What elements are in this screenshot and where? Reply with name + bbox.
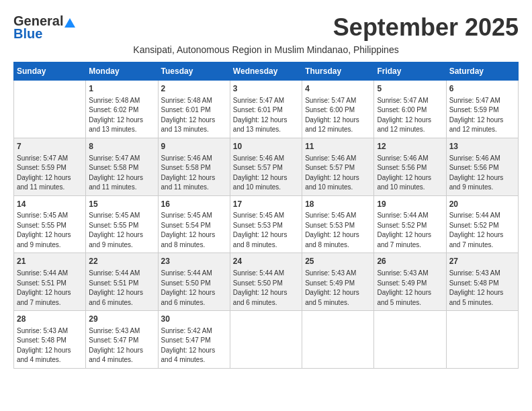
cell-day-number: 21 [17,256,83,267]
calendar-cell: 29Sunrise: 5:43 AMSunset: 5:47 PMDayligh… [86,311,158,369]
calendar-table: SundayMondayTuesdayWednesdayThursdayFrid… [13,62,519,369]
cell-info-text: Sunrise: 5:47 AMSunset: 5:59 PMDaylight:… [17,154,83,193]
cell-info-text: Sunrise: 5:43 AMSunset: 5:49 PMDaylight:… [305,269,371,308]
cell-day-number: 9 [161,141,227,152]
calendar-cell [302,311,374,369]
calendar-week-row: 28Sunrise: 5:43 AMSunset: 5:48 PMDayligh… [14,311,519,369]
calendar-cell [374,311,446,369]
cell-day-number: 27 [449,256,515,267]
logo-blue-text: Blue [13,26,42,42]
calendar-cell: 16Sunrise: 5:45 AMSunset: 5:54 PMDayligh… [158,195,230,253]
cell-info-text: Sunrise: 5:43 AMSunset: 5:48 PMDaylight:… [449,269,515,308]
cell-day-number: 25 [305,256,371,267]
cell-day-number: 1 [89,83,154,95]
calendar-cell: 3Sunrise: 5:47 AMSunset: 6:01 PMDaylight… [230,81,302,138]
cell-day-number: 15 [89,199,154,210]
cell-info-text: Sunrise: 5:44 AMSunset: 5:50 PMDaylight:… [161,269,227,308]
calendar-week-row: 21Sunrise: 5:44 AMSunset: 5:51 PMDayligh… [14,253,519,311]
cell-info-text: Sunrise: 5:45 AMSunset: 5:55 PMDaylight:… [89,211,154,250]
cell-day-number: 18 [305,199,371,210]
calendar-day-header: Sunday [14,62,86,81]
cell-day-number: 3 [233,83,299,95]
cell-info-text: Sunrise: 5:44 AMSunset: 5:51 PMDaylight:… [17,269,83,308]
cell-day-number: 11 [305,141,371,152]
logo-triangle-icon [64,18,75,28]
month-title: September 2025 [333,13,519,42]
cell-day-number: 10 [233,141,299,152]
cell-day-number: 23 [161,256,227,267]
calendar-cell [230,311,302,369]
calendar-cell: 17Sunrise: 5:45 AMSunset: 5:53 PMDayligh… [230,195,302,253]
calendar-cell: 20Sunrise: 5:44 AMSunset: 5:52 PMDayligh… [446,195,518,253]
cell-day-number: 30 [161,314,227,325]
calendar-cell: 15Sunrise: 5:45 AMSunset: 5:55 PMDayligh… [86,195,158,253]
calendar-cell: 18Sunrise: 5:45 AMSunset: 5:53 PMDayligh… [302,195,374,253]
calendar-week-row: 14Sunrise: 5:45 AMSunset: 5:55 PMDayligh… [14,195,519,253]
calendar-cell: 5Sunrise: 5:47 AMSunset: 6:00 PMDaylight… [374,81,446,138]
cell-day-number: 29 [89,314,154,325]
calendar-header-row: SundayMondayTuesdayWednesdayThursdayFrid… [14,62,519,81]
cell-info-text: Sunrise: 5:43 AMSunset: 5:48 PMDaylight:… [17,326,83,365]
cell-info-text: Sunrise: 5:45 AMSunset: 5:53 PMDaylight:… [233,211,299,250]
calendar-week-row: 1Sunrise: 5:48 AMSunset: 6:02 PMDaylight… [14,81,519,138]
calendar-day-header: Tuesday [158,62,230,81]
cell-info-text: Sunrise: 5:46 AMSunset: 5:57 PMDaylight:… [233,154,299,193]
calendar-day-header: Wednesday [230,62,302,81]
cell-info-text: Sunrise: 5:44 AMSunset: 5:52 PMDaylight:… [449,211,515,250]
calendar-cell [446,311,518,369]
calendar-cell [14,81,86,138]
cell-info-text: Sunrise: 5:44 AMSunset: 5:50 PMDaylight:… [233,269,299,308]
calendar-day-header: Saturday [446,62,518,81]
cell-info-text: Sunrise: 5:48 AMSunset: 6:01 PMDaylight:… [161,96,227,135]
calendar-cell: 19Sunrise: 5:44 AMSunset: 5:52 PMDayligh… [374,195,446,253]
cell-info-text: Sunrise: 5:43 AMSunset: 5:47 PMDaylight:… [89,326,154,365]
calendar-day-header: Monday [86,62,158,81]
cell-day-number: 20 [449,199,515,210]
calendar-cell: 24Sunrise: 5:44 AMSunset: 5:50 PMDayligh… [230,253,302,311]
calendar-cell: 13Sunrise: 5:46 AMSunset: 5:56 PMDayligh… [446,138,518,195]
cell-day-number: 16 [161,199,227,210]
cell-day-number: 6 [449,83,515,95]
cell-info-text: Sunrise: 5:46 AMSunset: 5:56 PMDaylight:… [377,154,443,193]
cell-info-text: Sunrise: 5:44 AMSunset: 5:51 PMDaylight:… [89,269,154,308]
cell-info-text: Sunrise: 5:47 AMSunset: 6:00 PMDaylight:… [305,96,371,135]
logo: General Blue [13,13,75,42]
calendar-cell: 30Sunrise: 5:42 AMSunset: 5:47 PMDayligh… [158,311,230,369]
cell-day-number: 12 [377,141,443,152]
calendar-cell: 21Sunrise: 5:44 AMSunset: 5:51 PMDayligh… [14,253,86,311]
calendar-cell: 9Sunrise: 5:46 AMSunset: 5:58 PMDaylight… [158,138,230,195]
calendar-cell: 8Sunrise: 5:47 AMSunset: 5:58 PMDaylight… [86,138,158,195]
calendar-day-header: Friday [374,62,446,81]
calendar-cell: 1Sunrise: 5:48 AMSunset: 6:02 PMDaylight… [86,81,158,138]
cell-info-text: Sunrise: 5:47 AMSunset: 6:00 PMDaylight:… [377,96,443,135]
cell-day-number: 14 [17,199,83,210]
cell-day-number: 17 [233,199,299,210]
cell-day-number: 19 [377,199,443,210]
cell-day-number: 4 [305,83,371,95]
calendar-cell: 6Sunrise: 5:47 AMSunset: 5:59 PMDaylight… [446,81,518,138]
cell-info-text: Sunrise: 5:46 AMSunset: 5:58 PMDaylight:… [161,154,227,193]
calendar-cell: 26Sunrise: 5:43 AMSunset: 5:49 PMDayligh… [374,253,446,311]
calendar-cell: 14Sunrise: 5:45 AMSunset: 5:55 PMDayligh… [14,195,86,253]
cell-info-text: Sunrise: 5:46 AMSunset: 5:56 PMDaylight:… [449,154,515,193]
calendar-cell: 10Sunrise: 5:46 AMSunset: 5:57 PMDayligh… [230,138,302,195]
cell-day-number: 13 [449,141,515,152]
page-header: General Blue September 2025 [13,13,519,42]
calendar-cell: 23Sunrise: 5:44 AMSunset: 5:50 PMDayligh… [158,253,230,311]
calendar-cell: 11Sunrise: 5:46 AMSunset: 5:57 PMDayligh… [302,138,374,195]
cell-info-text: Sunrise: 5:45 AMSunset: 5:54 PMDaylight:… [161,211,227,250]
cell-info-text: Sunrise: 5:45 AMSunset: 5:53 PMDaylight:… [305,211,371,250]
cell-info-text: Sunrise: 5:47 AMSunset: 5:58 PMDaylight:… [89,154,154,193]
calendar-cell: 27Sunrise: 5:43 AMSunset: 5:48 PMDayligh… [446,253,518,311]
cell-info-text: Sunrise: 5:44 AMSunset: 5:52 PMDaylight:… [377,211,443,250]
subtitle: Kansipati, Autonomous Region in Muslim M… [13,44,519,55]
cell-day-number: 2 [161,83,227,95]
cell-day-number: 22 [89,256,154,267]
calendar-cell: 12Sunrise: 5:46 AMSunset: 5:56 PMDayligh… [374,138,446,195]
cell-info-text: Sunrise: 5:45 AMSunset: 5:55 PMDaylight:… [17,211,83,250]
cell-day-number: 8 [89,141,154,152]
cell-info-text: Sunrise: 5:48 AMSunset: 6:02 PMDaylight:… [89,96,154,135]
cell-day-number: 28 [17,314,83,325]
calendar-cell: 2Sunrise: 5:48 AMSunset: 6:01 PMDaylight… [158,81,230,138]
cell-day-number: 24 [233,256,299,267]
